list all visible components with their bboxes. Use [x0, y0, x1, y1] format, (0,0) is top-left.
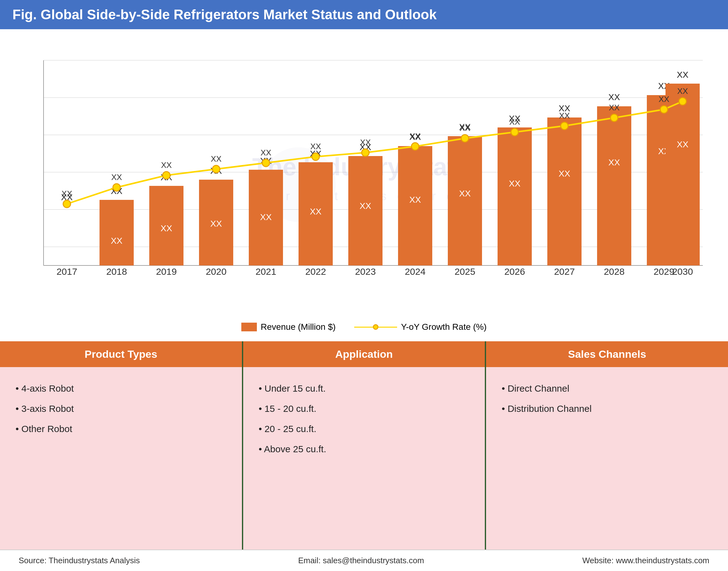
legend-line-bar2 — [379, 327, 397, 328]
footer-email: Email: sales@theindustrystats.com — [298, 556, 424, 565]
svg-text:XX: XX — [509, 117, 520, 126]
page-title: Fig. Global Side-by-Side Refrigerators M… — [12, 7, 437, 22]
main-container: Fig. Global Side-by-Side Refrigerators M… — [0, 0, 728, 571]
svg-text:XX: XX — [260, 212, 272, 222]
svg-text:XX: XX — [409, 195, 421, 205]
panel-sales-channels-header: Sales Channels — [486, 341, 728, 367]
svg-text:XX: XX — [310, 142, 321, 151]
svg-text:XX: XX — [261, 148, 272, 157]
svg-text:XX: XX — [608, 157, 620, 167]
footer-website: Website: www.theindustrystats.com — [583, 556, 709, 565]
svg-text:2025: 2025 — [455, 266, 476, 277]
svg-rect-15 — [100, 200, 134, 265]
svg-point-76 — [561, 122, 568, 130]
list-item: • Direct Channel — [502, 378, 713, 398]
svg-point-69 — [212, 165, 220, 173]
svg-rect-47 — [498, 127, 532, 265]
svg-text:XX: XX — [459, 123, 471, 133]
svg-text:2020: 2020 — [206, 266, 227, 277]
svg-text:XX: XX — [61, 245, 73, 255]
panel-application-body: • Under 15 cu.ft. • 15 - 20 cu.ft. • 20 … — [243, 367, 485, 550]
svg-point-67 — [113, 184, 120, 191]
chart-area: The Industry Stats m a r k e t r e s e a… — [0, 29, 728, 341]
svg-text:XX: XX — [62, 189, 73, 198]
legend-line: Y-oY Growth Rate (%) — [354, 322, 486, 332]
svg-text:XX: XX — [559, 111, 570, 120]
svg-text:XX: XX — [459, 189, 471, 198]
list-item: • Under 15 cu.ft. — [259, 378, 470, 398]
svg-text:XX: XX — [211, 154, 222, 163]
list-item: • 4-axis Robot — [15, 378, 226, 398]
svg-text:2026: 2026 — [504, 266, 525, 277]
svg-text:XX: XX — [410, 131, 421, 141]
svg-text:2021: 2021 — [255, 266, 277, 277]
legend-bar-swatch — [241, 323, 257, 331]
svg-text:XX: XX — [111, 236, 122, 246]
svg-rect-35 — [348, 156, 383, 265]
svg-text:XX: XX — [659, 95, 669, 104]
legend-bar-label: Revenue (Million $) — [261, 322, 335, 332]
panel-sales-channels-body: • Direct Channel • Distribution Channel — [486, 367, 728, 550]
svg-rect-39 — [398, 146, 432, 265]
list-item: • 20 - 25 cu.ft. — [259, 419, 470, 439]
svg-text:2018: 2018 — [106, 266, 127, 277]
svg-text:XX: XX — [359, 201, 371, 211]
list-item: • Distribution Channel — [502, 398, 713, 419]
svg-text:2030: 2030 — [672, 266, 693, 277]
legend-bar: Revenue (Million $) — [241, 322, 335, 332]
svg-rect-43 — [448, 136, 482, 265]
svg-text:XX: XX — [210, 219, 222, 228]
legend-line-label: Y-oY Growth Rate (%) — [401, 322, 486, 332]
svg-text:2028: 2028 — [604, 266, 625, 277]
panel-sales-channels: Sales Channels • Direct Channel • Distri… — [486, 341, 728, 550]
chart-svg: The Industry Stats m a r k e t r e s e a… — [19, 42, 709, 315]
panel-product-types-body: • 4-axis Robot • 3-axis Robot • Other Ro… — [0, 367, 242, 550]
svg-point-73 — [411, 143, 419, 150]
header: Fig. Global Side-by-Side Refrigerators M… — [0, 0, 728, 29]
svg-point-68 — [163, 172, 170, 179]
svg-text:XX: XX — [677, 86, 688, 96]
svg-text:XX: XX — [360, 138, 371, 147]
svg-text:XX: XX — [558, 169, 570, 179]
panel-application: Application • Under 15 cu.ft. • 15 - 20 … — [243, 341, 485, 550]
list-item: • 15 - 20 cu.ft. — [259, 398, 470, 419]
svg-text:XX: XX — [608, 92, 620, 102]
panel-product-types-header: Product Types — [0, 341, 242, 367]
svg-point-78 — [660, 106, 668, 113]
panel-product-types: Product Types • 4-axis Robot • 3-axis Ro… — [0, 341, 242, 550]
svg-rect-63 — [665, 84, 700, 265]
legend-line-dot — [373, 324, 379, 330]
panel-application-header: Application — [243, 341, 485, 367]
svg-point-75 — [511, 128, 518, 136]
svg-text:XX: XX — [161, 224, 172, 233]
svg-text:XX: XX — [609, 103, 620, 112]
footer-source: Source: Theindustrystats Analysis — [19, 556, 140, 565]
svg-text:2019: 2019 — [156, 266, 177, 277]
footer: Source: Theindustrystats Analysis Email:… — [0, 550, 728, 571]
svg-rect-55 — [597, 106, 631, 265]
svg-point-66 — [63, 200, 71, 208]
bottom-panels: Product Types • 4-axis Robot • 3-axis Ro… — [0, 341, 728, 550]
chart-svg-container: The Industry Stats m a r k e t r e s e a… — [19, 42, 709, 317]
svg-text:XX: XX — [161, 160, 172, 170]
chart-legend: Revenue (Million $) Y-oY Growth Rate (%) — [19, 322, 709, 332]
list-item: • 3-axis Robot — [15, 398, 226, 419]
svg-text:XX: XX — [677, 70, 689, 80]
list-item: • Above 25 cu.ft. — [259, 439, 470, 459]
svg-text:2022: 2022 — [305, 266, 326, 277]
svg-text:XX: XX — [111, 173, 122, 182]
svg-text:XX: XX — [509, 179, 521, 188]
svg-point-74 — [461, 135, 469, 142]
svg-point-77 — [610, 114, 618, 122]
svg-point-70 — [262, 159, 270, 166]
svg-point-79 — [679, 98, 686, 105]
svg-text:2024: 2024 — [405, 266, 426, 277]
svg-text:2017: 2017 — [57, 266, 78, 277]
svg-point-72 — [362, 149, 369, 156]
svg-text:XX: XX — [677, 139, 689, 149]
svg-rect-51 — [547, 117, 582, 265]
svg-text:XX: XX — [310, 207, 322, 216]
svg-text:2027: 2027 — [554, 266, 575, 277]
legend-line-bar — [354, 327, 373, 328]
svg-point-71 — [312, 153, 319, 160]
